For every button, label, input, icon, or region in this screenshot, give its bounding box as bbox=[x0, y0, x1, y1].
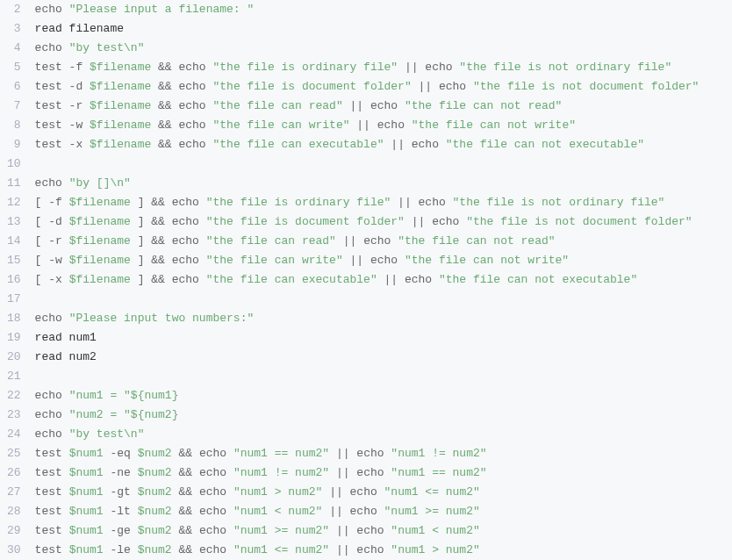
code-token: echo bbox=[350, 485, 384, 499]
code-token: "by test\n" bbox=[69, 41, 145, 54]
code-token: "num1 >= num2" bbox=[233, 524, 329, 537]
line-number: 7 bbox=[7, 97, 21, 116]
code-token: $filename bbox=[90, 118, 151, 132]
code-token: || bbox=[322, 505, 349, 518]
code-token: test bbox=[35, 466, 69, 479]
line-number: 10 bbox=[7, 154, 21, 174]
code-token: && bbox=[151, 138, 178, 151]
line-number: 19 bbox=[7, 328, 21, 348]
code-token: echo bbox=[199, 485, 233, 499]
code-token: echo bbox=[172, 234, 206, 248]
line-number: 15 bbox=[7, 251, 21, 270]
code-token: echo bbox=[356, 543, 391, 556]
code-token: echo bbox=[356, 447, 391, 460]
code-token: $num1 bbox=[69, 524, 104, 537]
code-token: $filename bbox=[69, 234, 131, 248]
code-token: "the file can write" bbox=[212, 118, 349, 132]
code-token: && bbox=[151, 61, 178, 74]
code-token: [ -w bbox=[35, 254, 69, 267]
code-token: echo bbox=[178, 61, 212, 74]
code-line: test $num1 -le $num2 && echo "num1 <= nu… bbox=[35, 541, 732, 560]
code-token: "the file is not ordinary file" bbox=[459, 61, 671, 74]
code-token: echo bbox=[370, 99, 405, 112]
code-token: ] bbox=[131, 273, 151, 286]
code-token: $num2 bbox=[138, 447, 172, 460]
code-token: echo bbox=[370, 254, 405, 267]
code-token: "num2 = " bbox=[69, 408, 131, 421]
code-token: echo bbox=[199, 447, 233, 460]
line-number: 29 bbox=[7, 521, 21, 541]
code-token: echo bbox=[35, 3, 69, 16]
code-token: [ -f bbox=[35, 196, 69, 209]
code-token: || bbox=[343, 254, 370, 267]
code-token: || bbox=[329, 524, 356, 537]
code-token: "the file is document folder" bbox=[206, 215, 405, 228]
code-token: echo bbox=[172, 254, 206, 267]
line-number: 24 bbox=[7, 425, 21, 444]
code-token: $filename bbox=[90, 138, 151, 151]
code-line: read num1 bbox=[35, 328, 732, 348]
code-token: ${num1} bbox=[131, 389, 179, 402]
code-token: echo bbox=[363, 234, 398, 248]
code-token: echo bbox=[425, 61, 459, 74]
code-token: "num1 < num2" bbox=[233, 505, 322, 518]
code-token: echo bbox=[377, 118, 412, 132]
code-token: || bbox=[343, 99, 370, 112]
code-token: || bbox=[350, 118, 377, 132]
code-token: && bbox=[172, 543, 199, 556]
code-token: echo bbox=[199, 505, 233, 518]
code-token: "the file can read" bbox=[212, 99, 342, 112]
code-token: echo bbox=[178, 80, 212, 93]
code-token: "the file can executable" bbox=[212, 138, 384, 151]
code-token: test bbox=[35, 485, 69, 499]
code-token: || bbox=[398, 61, 425, 74]
code-token: && bbox=[172, 505, 199, 518]
line-number: 17 bbox=[7, 290, 21, 309]
code-token: echo bbox=[350, 505, 384, 518]
code-token: test -d bbox=[35, 80, 90, 93]
code-line: test $num1 -eq $num2 && echo "num1 == nu… bbox=[35, 444, 732, 463]
code-token: -eq bbox=[104, 447, 138, 460]
code-token: test bbox=[35, 447, 69, 460]
code-token: $num1 bbox=[69, 447, 104, 460]
code-token: -le bbox=[104, 543, 138, 556]
code-token: $filename bbox=[69, 254, 131, 267]
code-token: echo bbox=[172, 196, 206, 209]
code-token: -lt bbox=[104, 505, 138, 518]
code-line: echo "by test\n" bbox=[35, 39, 732, 58]
code-token: -ge bbox=[104, 524, 138, 537]
code-token: && bbox=[172, 524, 199, 537]
code-token: "by test\n" bbox=[69, 427, 145, 441]
code-token: || bbox=[391, 196, 418, 209]
code-token: echo bbox=[35, 427, 69, 441]
code-line: test -x $filename && echo "the file can … bbox=[35, 135, 732, 154]
line-number: 30 bbox=[7, 541, 21, 560]
code-line: [ -f $filename ] && echo "the file is or… bbox=[35, 193, 732, 212]
code-block: 2345678910111213141516171819202122232425… bbox=[0, 0, 732, 560]
code-token: ] bbox=[131, 234, 151, 248]
code-token: echo bbox=[172, 215, 206, 228]
code-token: -gt bbox=[104, 485, 138, 499]
code-token: || bbox=[377, 273, 405, 286]
code-token: "the file can not write" bbox=[405, 254, 569, 267]
code-token: echo bbox=[178, 118, 212, 132]
code-line: [ -r $filename ] && echo "the file can r… bbox=[35, 232, 732, 251]
code-token: || bbox=[412, 80, 439, 93]
code-token: "num1 <= num2" bbox=[233, 543, 329, 556]
code-token: echo bbox=[35, 389, 69, 402]
code-token: ${num2} bbox=[131, 408, 179, 421]
line-number: 20 bbox=[7, 348, 21, 367]
code-line: echo "num2 = "${num2} bbox=[35, 406, 732, 425]
line-number: 14 bbox=[7, 232, 21, 251]
code-token: test -x bbox=[35, 138, 90, 151]
code-token: echo bbox=[178, 138, 212, 151]
line-number: 5 bbox=[7, 58, 21, 77]
code-token: && bbox=[172, 485, 199, 499]
code-token: echo bbox=[419, 196, 453, 209]
line-number: 26 bbox=[7, 463, 21, 483]
line-number: 4 bbox=[7, 39, 21, 58]
code-token: "the file is document folder" bbox=[212, 80, 411, 93]
code-token: "the file can not executable" bbox=[439, 273, 637, 286]
code-token: test -r bbox=[35, 99, 90, 112]
code-content: echo "Please input a filename: "read fil… bbox=[32, 0, 732, 560]
